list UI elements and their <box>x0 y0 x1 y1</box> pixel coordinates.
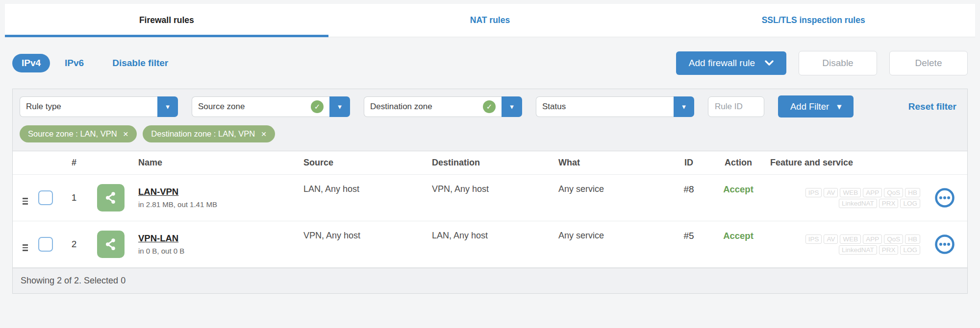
rule-type-dropdown-label: Rule type <box>20 96 157 117</box>
active-filter-chips: Source zone : LAN, VPN ✕ Destination zon… <box>13 122 967 151</box>
row-menu-button[interactable] <box>934 234 955 255</box>
chevron-down-icon[interactable]: ▾ <box>502 96 522 117</box>
row-number: 1 <box>60 192 88 203</box>
table-row: 2 VPN-LAN in 0 B, out 0 B VPN, Any host <box>13 221 967 268</box>
filter-chip-label: Source zone : LAN, VPN <box>28 129 117 139</box>
header-number: # <box>60 158 88 168</box>
status-dropdown[interactable]: Status ▾ <box>536 96 694 117</box>
badge-log: LOG <box>900 245 920 255</box>
row-menu-button[interactable] <box>934 187 955 208</box>
chevron-down-icon[interactable]: ▾ <box>329 96 350 117</box>
table-row: 1 LAN-VPN in 2.81 MB, out 1.41 MB LAN, A… <box>13 175 967 221</box>
toolbar: IPv4 IPv6 Disable filter Add firewall ru… <box>12 37 968 89</box>
badge-linkednat: LinkedNAT <box>839 245 877 255</box>
badge-hb: HB <box>905 188 920 197</box>
drag-handle[interactable] <box>23 198 28 205</box>
add-filter-label: Add Filter <box>790 101 829 112</box>
source-zone-dropdown-label: Source zone ✓ <box>192 96 329 117</box>
check-circle-icon: ✓ <box>483 100 496 113</box>
disable-filter-link[interactable]: Disable filter <box>112 58 168 69</box>
close-icon[interactable]: ✕ <box>123 130 129 138</box>
badge-qos: QoS <box>884 234 903 244</box>
header-action: Action <box>711 158 765 168</box>
header-what: What <box>553 158 666 168</box>
rule-what: Any service <box>553 221 666 241</box>
filter-chip-destination-zone: Destination zone : LAN, VPN ✕ <box>143 125 275 142</box>
header-id: ID <box>666 158 711 168</box>
header-destination: Destination <box>427 158 553 168</box>
tab-firewall-rules[interactable]: Firewall rules <box>5 4 328 37</box>
rule-traffic: in 2.81 MB, out 1.41 MB <box>138 201 294 208</box>
table-header-row: # Name Source Destination What ID Action… <box>13 151 967 175</box>
chevron-down-icon: ▾ <box>837 101 841 112</box>
feature-badges: IPS AV WEB APP QoS HB LinkedNAT PRX LOG <box>765 234 922 255</box>
row-checkbox[interactable] <box>38 237 53 252</box>
rule-name-link[interactable]: VPN-LAN <box>138 234 178 243</box>
tab-ssl-tls-inspection-rules[interactable]: SSL/TLS inspection rules <box>652 4 975 37</box>
share-rule-icon <box>97 184 125 211</box>
rule-traffic: in 0 B, out 0 B <box>138 247 294 255</box>
filter-chip-label: Destination zone : LAN, VPN <box>151 129 255 139</box>
add-filter-button[interactable]: Add Filter ▾ <box>778 95 854 117</box>
filter-chip-source-zone: Source zone : LAN, VPN ✕ <box>20 125 137 142</box>
ellipsis-icon <box>934 187 955 208</box>
reset-filter-link[interactable]: Reset filter <box>908 101 956 112</box>
badge-web: WEB <box>840 234 861 244</box>
chevron-down-icon[interactable]: ▾ <box>674 96 694 117</box>
badge-prx: PRX <box>879 245 899 255</box>
row-number: 2 <box>60 239 88 250</box>
add-firewall-rule-label: Add firewall rule <box>689 58 755 69</box>
badge-log: LOG <box>900 199 920 208</box>
drag-handle[interactable] <box>23 244 28 251</box>
badge-ips: IPS <box>805 188 822 197</box>
rule-type-dropdown[interactable]: Rule type ▾ <box>20 96 178 117</box>
chevron-down-icon <box>765 60 774 66</box>
header-name: Name <box>133 158 299 168</box>
rule-source: LAN, Any host <box>299 175 427 194</box>
rule-what: Any service <box>553 175 666 194</box>
destination-zone-dropdown-label: Destination zone ✓ <box>364 96 502 117</box>
rule-action: Accept <box>711 175 765 195</box>
firewall-rules-panel: Rule type ▾ Source zone ✓ ▾ Destination … <box>12 89 968 294</box>
header-feature-and-service: Feature and service <box>765 158 922 168</box>
chevron-down-icon[interactable]: ▾ <box>157 96 178 117</box>
rule-name-link[interactable]: LAN-VPN <box>138 187 178 197</box>
delete-button[interactable]: Delete <box>889 51 968 75</box>
tab-bar: Firewall rules NAT rules SSL/TLS inspect… <box>5 4 975 37</box>
share-rule-icon <box>97 231 125 258</box>
badge-qos: QoS <box>884 188 903 197</box>
tab-nat-rules[interactable]: NAT rules <box>328 4 652 37</box>
row-checkbox[interactable] <box>38 190 53 205</box>
ipv4-toggle[interactable]: IPv4 <box>12 54 50 72</box>
badge-av: AV <box>824 188 838 197</box>
badge-app: APP <box>863 188 882 197</box>
table-footer-status: Showing 2 of 2. Selected 0 <box>13 268 967 293</box>
check-circle-icon: ✓ <box>311 100 324 113</box>
badge-linkednat: LinkedNAT <box>839 199 877 208</box>
filter-row: Rule type ▾ Source zone ✓ ▾ Destination … <box>13 89 967 122</box>
disable-button[interactable]: Disable <box>799 51 877 75</box>
status-dropdown-label: Status <box>536 96 674 117</box>
badge-web: WEB <box>840 188 861 197</box>
close-icon[interactable]: ✕ <box>261 130 267 138</box>
badge-hb: HB <box>905 234 920 244</box>
rule-action: Accept <box>711 221 765 241</box>
destination-zone-dropdown[interactable]: Destination zone ✓ ▾ <box>364 96 522 117</box>
feature-badges: IPS AV WEB APP QoS HB LinkedNAT PRX LOG <box>765 188 922 208</box>
ipv6-toggle[interactable]: IPv6 <box>65 58 84 69</box>
rule-destination: LAN, Any host <box>427 221 553 241</box>
add-firewall-rule-button[interactable]: Add firewall rule <box>676 51 786 75</box>
badge-ips: IPS <box>805 234 822 244</box>
firewall-rules-table: # Name Source Destination What ID Action… <box>13 151 967 293</box>
source-zone-dropdown[interactable]: Source zone ✓ ▾ <box>192 96 350 117</box>
rule-source: VPN, Any host <box>299 221 427 241</box>
header-source: Source <box>299 158 427 168</box>
rule-id: #5 <box>666 221 711 241</box>
badge-prx: PRX <box>879 199 899 208</box>
badge-av: AV <box>824 234 838 244</box>
rule-destination: VPN, Any host <box>427 175 553 194</box>
rule-id-input[interactable] <box>708 96 764 117</box>
ellipsis-icon <box>934 234 955 255</box>
badge-app: APP <box>863 234 882 244</box>
rule-id: #8 <box>666 175 711 195</box>
